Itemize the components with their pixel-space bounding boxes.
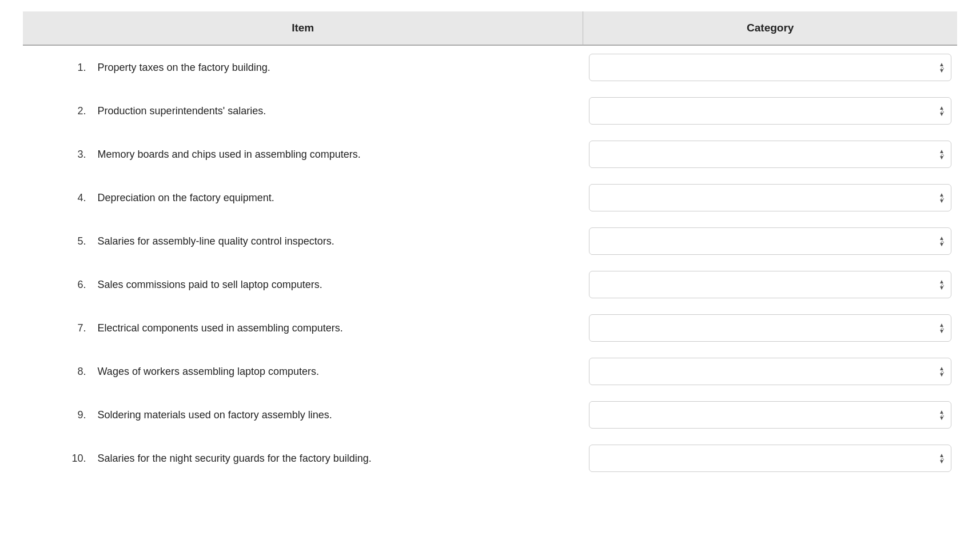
row-category-cell: Direct MaterialsDirect LaborManufacturin…: [583, 133, 957, 176]
row-item-text: Depreciation on the factory equipment.: [92, 176, 584, 219]
row-category-cell: Direct MaterialsDirect LaborManufacturin…: [583, 350, 957, 393]
row-item-text: Salaries for the night security guards f…: [92, 437, 584, 480]
category-select-3[interactable]: Direct MaterialsDirect LaborManufacturin…: [589, 141, 951, 168]
classification-table: Item Category 1.Property taxes on the fa…: [23, 11, 957, 480]
table-row: 8.Wages of workers assembling laptop com…: [23, 350, 957, 393]
main-container: Item Category 1.Property taxes on the fa…: [0, 0, 980, 503]
row-item-text: Wages of workers assembling laptop compu…: [92, 350, 584, 393]
table-row: 6.Sales commissions paid to sell laptop …: [23, 263, 957, 306]
row-item-text: Property taxes on the factory building.: [92, 46, 584, 89]
row-number: 8.: [23, 350, 92, 393]
row-number: 10.: [23, 437, 92, 480]
select-wrapper: Direct MaterialsDirect LaborManufacturin…: [589, 271, 951, 298]
table-row: 2.Production superintendents' salaries.D…: [23, 89, 957, 133]
row-item-text: Memory boards and chips used in assembli…: [92, 133, 584, 176]
row-category-cell: Direct MaterialsDirect LaborManufacturin…: [583, 46, 957, 89]
row-number: 7.: [23, 306, 92, 350]
item-column-header: Item: [23, 11, 583, 46]
table-row: 9.Soldering materials used on factory as…: [23, 393, 957, 437]
category-select-7[interactable]: Direct MaterialsDirect LaborManufacturin…: [589, 314, 951, 342]
row-category-cell: Direct MaterialsDirect LaborManufacturin…: [583, 306, 957, 350]
select-wrapper: Direct MaterialsDirect LaborManufacturin…: [589, 314, 951, 342]
category-select-5[interactable]: Direct MaterialsDirect LaborManufacturin…: [589, 227, 951, 255]
row-item-text: Sales commissions paid to sell laptop co…: [92, 263, 584, 306]
row-category-cell: Direct MaterialsDirect LaborManufacturin…: [583, 393, 957, 437]
row-category-cell: Direct MaterialsDirect LaborManufacturin…: [583, 437, 957, 480]
row-item-text: Electrical components used in assembling…: [92, 306, 584, 350]
header-row: Item Category: [23, 11, 957, 46]
select-wrapper: Direct MaterialsDirect LaborManufacturin…: [589, 445, 951, 472]
select-wrapper: Direct MaterialsDirect LaborManufacturin…: [589, 184, 951, 211]
select-wrapper: Direct MaterialsDirect LaborManufacturin…: [589, 54, 951, 81]
select-wrapper: Direct MaterialsDirect LaborManufacturin…: [589, 97, 951, 125]
row-category-cell: Direct MaterialsDirect LaborManufacturin…: [583, 219, 957, 263]
category-select-2[interactable]: Direct MaterialsDirect LaborManufacturin…: [589, 97, 951, 125]
category-select-9[interactable]: Direct MaterialsDirect LaborManufacturin…: [589, 401, 951, 429]
row-number: 9.: [23, 393, 92, 437]
category-column-header: Category: [583, 11, 957, 46]
row-category-cell: Direct MaterialsDirect LaborManufacturin…: [583, 263, 957, 306]
select-wrapper: Direct MaterialsDirect LaborManufacturin…: [589, 141, 951, 168]
row-number: 5.: [23, 219, 92, 263]
row-category-cell: Direct MaterialsDirect LaborManufacturin…: [583, 176, 957, 219]
row-item-text: Soldering materials used on factory asse…: [92, 393, 584, 437]
select-wrapper: Direct MaterialsDirect LaborManufacturin…: [589, 358, 951, 385]
row-number: 3.: [23, 133, 92, 176]
row-category-cell: Direct MaterialsDirect LaborManufacturin…: [583, 89, 957, 133]
table-row: 7.Electrical components used in assembli…: [23, 306, 957, 350]
table-row: 4.Depreciation on the factory equipment.…: [23, 176, 957, 219]
select-wrapper: Direct MaterialsDirect LaborManufacturin…: [589, 401, 951, 429]
category-select-10[interactable]: Direct MaterialsDirect LaborManufacturin…: [589, 445, 951, 472]
row-number: 4.: [23, 176, 92, 219]
row-number: 1.: [23, 46, 92, 89]
row-item-text: Production superintendents' salaries.: [92, 89, 584, 133]
category-select-1[interactable]: Direct MaterialsDirect LaborManufacturin…: [589, 54, 951, 81]
category-select-4[interactable]: Direct MaterialsDirect LaborManufacturin…: [589, 184, 951, 211]
table-row: 5.Salaries for assembly-line quality con…: [23, 219, 957, 263]
row-number: 2.: [23, 89, 92, 133]
select-wrapper: Direct MaterialsDirect LaborManufacturin…: [589, 227, 951, 255]
category-select-6[interactable]: Direct MaterialsDirect LaborManufacturin…: [589, 271, 951, 298]
table-row: 1.Property taxes on the factory building…: [23, 46, 957, 89]
table-row: 10.Salaries for the night security guard…: [23, 437, 957, 480]
table-row: 3.Memory boards and chips used in assemb…: [23, 133, 957, 176]
row-number: 6.: [23, 263, 92, 306]
category-select-8[interactable]: Direct MaterialsDirect LaborManufacturin…: [589, 358, 951, 385]
row-item-text: Salaries for assembly-line quality contr…: [92, 219, 584, 263]
